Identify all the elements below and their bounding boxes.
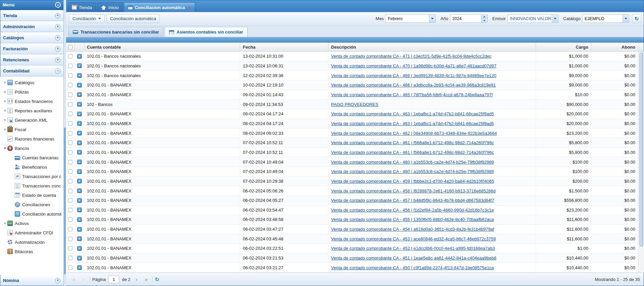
plus-circle-icon[interactable]: + xyxy=(55,35,60,41)
table-row[interactable]: + 102.01.01 - BANAMEX 06-02-2024 03:47:2… xyxy=(66,225,644,234)
spinner-down-icon[interactable] xyxy=(481,19,487,22)
row-expand-plus-icon[interactable]: + xyxy=(77,256,82,261)
grid-scrollbar-thumb[interactable] xyxy=(639,52,643,247)
row-expand-plus-icon[interactable]: + xyxy=(77,217,82,222)
row-checkbox[interactable] xyxy=(68,198,72,203)
column-header-abono[interactable]: Abono xyxy=(591,43,638,51)
accordion-header[interactable]: Facturación + xyxy=(0,43,63,54)
row-checkbox[interactable] xyxy=(68,179,72,183)
description-link[interactable]: Venta de contado comprobante CA - 456 | … xyxy=(331,208,494,213)
chevron-down-icon[interactable] xyxy=(429,15,435,22)
tree-expander-arrow-icon[interactable] xyxy=(3,81,7,84)
row-expand-plus-icon[interactable]: + xyxy=(77,265,82,270)
tree-expander-arrow-icon[interactable] xyxy=(3,222,7,225)
minus-circle-icon[interactable]: − xyxy=(55,68,60,74)
tree-expander-arrow-icon[interactable] xyxy=(3,109,7,112)
tree-expander-arrow-icon[interactable] xyxy=(3,128,7,131)
refresh-icon[interactable]: ↻ xyxy=(155,277,159,282)
row-checkbox[interactable] xyxy=(68,73,72,78)
chevron-down-icon[interactable] xyxy=(552,15,558,22)
row-checkbox[interactable] xyxy=(68,112,72,116)
tree-item[interactable]: Generación XML xyxy=(0,115,63,125)
row-checkbox[interactable] xyxy=(68,189,72,193)
tree-item[interactable]: Catálogos xyxy=(0,78,63,87)
table-row[interactable]: + 102.01.01 - BANAMEX 06-02-2024 03:48:5… xyxy=(66,215,644,225)
description-link[interactable]: PAGO PROVEEDORES xyxy=(331,102,378,107)
row-expand-plus-icon[interactable]: + xyxy=(77,73,82,78)
tree-item[interactable]: Pólizas xyxy=(0,87,63,97)
row-checkbox[interactable] xyxy=(68,93,72,97)
table-row[interactable]: + 102.01.01 - BANAMEX 08-02-2024 04:17:2… xyxy=(66,109,644,119)
refresh-button[interactable]: ↻ xyxy=(632,14,641,23)
row-expand-plus-icon[interactable]: + xyxy=(77,179,82,183)
grid-scrollbar[interactable] xyxy=(638,52,644,273)
tree-item[interactable]: Activos xyxy=(0,219,63,228)
tab-inicio[interactable]: Inicio xyxy=(97,2,122,12)
tree-item[interactable]: Beneficiarios xyxy=(0,162,63,172)
description-link[interactable]: Venta de contado comprobante CA - 450 | … xyxy=(331,265,494,270)
description-link[interactable]: Venta de contado comprobante CA - 461 | … xyxy=(331,150,494,155)
table-row[interactable]: + 102.01.01 - BANAMEX 06-02-2024 04:05:2… xyxy=(66,196,644,206)
description-link[interactable]: Venta de contado comprobante CA - 463 | … xyxy=(331,121,494,126)
tree-item[interactable]: Transacciones por c xyxy=(0,172,63,181)
row-checkbox[interactable] xyxy=(68,160,72,164)
column-header-cuenta-contable[interactable]: Cuenta contable xyxy=(84,43,240,51)
tree-item[interactable]: Razones financieras xyxy=(0,134,63,144)
table-row[interactable]: + 102.01 - Bancos nacionales 13-02-2024 … xyxy=(66,61,644,71)
row-checkbox[interactable] xyxy=(68,266,72,270)
row-checkbox[interactable] xyxy=(68,208,72,212)
anio-spinner[interactable]: 2024 xyxy=(450,14,488,23)
description-link[interactable]: Venta de contado comprobante CA - 452 | … xyxy=(331,246,495,251)
tree-item[interactable]: Transacciones conc xyxy=(0,181,63,190)
row-expand-plus-icon[interactable]: + xyxy=(77,160,82,164)
prev-page-icon[interactable]: ‹ xyxy=(80,277,87,282)
description-link[interactable]: Venta de contado comprobante CA - 470 | … xyxy=(331,63,496,68)
accordion-header[interactable]: Retenciones + xyxy=(0,54,63,65)
page-input[interactable] xyxy=(108,276,119,283)
tree-item[interactable]: Bancos xyxy=(0,144,63,153)
row-expand-plus-icon[interactable]: + xyxy=(77,131,82,135)
row-expand-plus-icon[interactable]: + xyxy=(77,246,82,251)
row-checkbox[interactable] xyxy=(68,237,72,241)
row-expand-plus-icon[interactable]: + xyxy=(77,150,82,155)
last-page-icon[interactable]: » xyxy=(143,277,150,282)
table-row[interactable]: + 102.01.01 - BANAMEX 07-02-2024 10:29:3… xyxy=(66,177,644,186)
row-expand-plus-icon[interactable]: + xyxy=(77,121,82,126)
row-checkbox[interactable] xyxy=(68,150,72,155)
description-link[interactable]: Venta de contado comprobante CA - 453 | … xyxy=(331,236,496,241)
first-page-icon[interactable]: « xyxy=(70,277,77,282)
description-link[interactable]: Venta de contado comprobante CA - 457 | … xyxy=(331,198,494,203)
row-expand-plus-icon[interactable]: + xyxy=(77,188,82,193)
row-expand-plus-icon[interactable]: + xyxy=(77,227,82,232)
row-checkbox[interactable] xyxy=(68,64,72,68)
tree-item[interactable]: Conciliación automá xyxy=(0,209,63,219)
row-checkbox[interactable] xyxy=(68,140,72,145)
accordion-header[interactable]: Tienda + xyxy=(0,10,63,21)
table-row[interactable]: + 102.01.01 - BANAMEX 06-02-2024 05:06:2… xyxy=(66,186,644,196)
chevron-down-icon[interactable] xyxy=(623,15,629,22)
catalogo-combo[interactable]: EJEMPLO xyxy=(582,14,629,23)
tree-expander-arrow-icon[interactable] xyxy=(3,148,7,149)
row-checkbox[interactable] xyxy=(68,227,72,231)
tree-expander-arrow-icon[interactable] xyxy=(3,119,7,121)
conciliacion-automatica-button[interactable]: Conciliación automática xyxy=(106,14,160,23)
accordion-header[interactable]: Administración + xyxy=(0,21,63,32)
subtab-transacciones-bancarias[interactable]: Transacciones bancarias sin conciliar xyxy=(68,27,163,37)
row-checkbox[interactable] xyxy=(68,54,72,58)
conciliacion-menu-button[interactable]: Conciliación xyxy=(69,14,105,23)
next-page-icon[interactable]: › xyxy=(133,277,140,282)
tree-expander-arrow-icon[interactable] xyxy=(3,91,7,93)
table-row[interactable]: + 102.01.01 - BANAMEX 06-02-2024 03:22:5… xyxy=(66,244,644,253)
tree-item[interactable]: Cuentas bancarias xyxy=(0,153,63,162)
sidebar-splitter[interactable] xyxy=(64,0,66,286)
table-row[interactable]: + 102.01.01 - BANAMEX 08-02-2024 09:02:3… xyxy=(66,128,644,138)
close-icon[interactable]: × xyxy=(189,5,191,10)
accordion-header[interactable]: Catálogos + xyxy=(0,32,63,43)
table-row[interactable]: + 102.01.01 - BANAMEX 06-02-2024 03:45:4… xyxy=(66,234,644,244)
table-row[interactable]: + 102.01.01 - BANAMEX 06-02-2024 03:21:5… xyxy=(66,253,644,263)
column-header-cargo[interactable]: Cargo xyxy=(536,43,591,51)
row-expand-plus-icon[interactable]: + xyxy=(77,208,82,212)
row-checkbox[interactable] xyxy=(68,102,72,107)
row-checkbox[interactable] xyxy=(68,121,72,126)
description-link[interactable]: Venta de contado comprobante CA - 451 | … xyxy=(331,255,496,261)
